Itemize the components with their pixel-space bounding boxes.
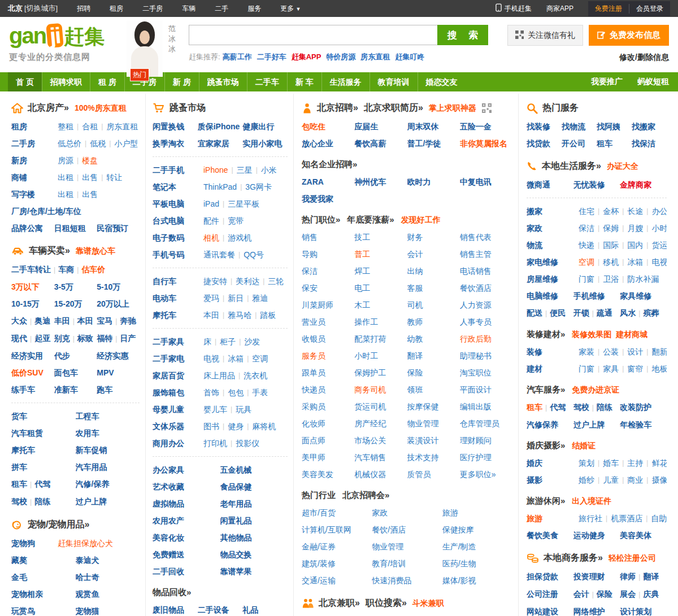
cat-link[interactable]: 商业 bbox=[627, 471, 643, 488]
cat-link[interactable]: 三星 bbox=[237, 161, 253, 178]
cat-link[interactable]: 营业员 bbox=[302, 317, 325, 326]
cat-label[interactable]: 商铺 bbox=[11, 169, 58, 186]
cat-link[interactable]: 汽车租赁 bbox=[11, 429, 43, 438]
recommend-link[interactable]: 高薪工作 bbox=[223, 53, 252, 61]
cat-link[interactable]: 10-15万 bbox=[11, 299, 40, 308]
cat-link[interactable]: 厂房/仓库/土地/车位 bbox=[11, 207, 81, 216]
promo-link[interactable]: 靠谱放心车 bbox=[76, 246, 115, 256]
cat-link[interactable]: 司机 bbox=[407, 300, 423, 309]
nav-item-租房[interactable]: 租 房 bbox=[90, 72, 124, 91]
cat-link[interactable]: 家装 bbox=[579, 343, 594, 360]
cat-link[interactable]: 爱玛 bbox=[203, 290, 219, 307]
cat-link[interactable]: 宝马 bbox=[97, 316, 112, 325]
city-selector[interactable]: 北京[切换城市] bbox=[8, 3, 58, 14]
topbar-link[interactable]: 二手 bbox=[215, 5, 228, 12]
cat-link[interactable]: 网络维护 bbox=[573, 607, 605, 616]
cat-link[interactable]: 理财顾问 bbox=[460, 436, 492, 445]
cat-link[interactable]: 打印机 bbox=[203, 435, 227, 452]
cat-link[interactable]: 标致 bbox=[77, 334, 93, 343]
cat-link[interactable]: 健身 bbox=[228, 418, 244, 435]
cat-link[interactable]: 便民 bbox=[550, 308, 566, 317]
cat-link[interactable]: 投资理财 bbox=[573, 572, 605, 581]
cat-link[interactable]: 物业管理 bbox=[372, 542, 403, 551]
cat-link[interactable]: 保洁 bbox=[302, 267, 318, 276]
section-title[interactable]: 北京房产» bbox=[28, 102, 69, 114]
cat-label[interactable]: 写字楼 bbox=[11, 186, 58, 203]
cat-link[interactable]: 手机维修 bbox=[573, 291, 605, 300]
cat-link[interactable]: 楼盘 bbox=[82, 152, 98, 169]
cat-link[interactable]: 电脑维修 bbox=[527, 291, 558, 300]
cat-link[interactable]: 3-5万 bbox=[54, 282, 73, 291]
section-title[interactable]: 车辆买卖» bbox=[29, 245, 70, 257]
cat-label[interactable]: 搬家 bbox=[527, 203, 579, 220]
cat-link[interactable]: 普工/学徒 bbox=[407, 139, 441, 148]
nav-right-link[interactable]: 蚂蚁短租 bbox=[637, 77, 669, 87]
cat-label[interactable]: 台式电脑 bbox=[153, 212, 203, 229]
cat-link[interactable]: 美甲师 bbox=[302, 453, 325, 462]
modify-delete-link[interactable]: 修改/删除信息 bbox=[507, 53, 669, 63]
cat-link[interactable]: 哈士奇 bbox=[76, 573, 99, 582]
cat-link[interactable]: 市场公关 bbox=[354, 436, 386, 445]
cat-link[interactable]: 车商 bbox=[58, 265, 74, 274]
section-title[interactable]: 跳蚤市场 bbox=[169, 102, 206, 114]
cat-label[interactable]: 建材 bbox=[527, 360, 579, 377]
cat-link[interactable]: 宽带 bbox=[228, 212, 244, 229]
cat-label[interactable]: 家居百货 bbox=[153, 367, 203, 384]
cat-link[interactable]: 雅迪 bbox=[252, 290, 268, 307]
cat-link[interactable]: 床上用品 bbox=[203, 367, 235, 384]
cat-label[interactable]: 二手手机 bbox=[153, 161, 203, 178]
cat-label[interactable]: 家政 bbox=[527, 220, 579, 237]
cat-link[interactable]: 助理秘书 bbox=[460, 351, 492, 360]
cat-link[interactable]: 代驾 bbox=[34, 479, 50, 488]
cat-link[interactable]: 机票酒店 bbox=[611, 510, 642, 527]
section-title[interactable]: 本地生活服务» bbox=[542, 160, 601, 172]
cat-link[interactable]: 小时工 bbox=[354, 351, 378, 360]
cat-link[interactable]: 快递 bbox=[579, 237, 594, 254]
cat-link[interactable]: 办公室 bbox=[651, 203, 667, 220]
cat-link[interactable]: 销售 bbox=[302, 233, 318, 242]
cat-link[interactable]: 别克 bbox=[54, 334, 70, 343]
cat-link[interactable]: 废旧物品 bbox=[153, 605, 184, 614]
nav-item-婚恋交友[interactable]: 婚恋交友 bbox=[418, 72, 466, 91]
cat-link[interactable]: 导购 bbox=[302, 250, 318, 259]
cat-link[interactable]: 美容美体 bbox=[620, 531, 651, 540]
cat-link[interactable]: 地板 bbox=[651, 360, 667, 377]
cat-link[interactable]: 捷安特 bbox=[203, 273, 227, 290]
cat-link[interactable]: 驾校 bbox=[573, 403, 589, 412]
cat-link[interactable]: 五金机械 bbox=[220, 465, 252, 474]
cat-link[interactable]: 现代 bbox=[11, 334, 27, 343]
cat-link[interactable]: 出租 bbox=[58, 169, 73, 186]
merchant-app-link[interactable]: 商家APP bbox=[546, 4, 573, 14]
cat-link[interactable]: 汽修保养 bbox=[527, 420, 558, 429]
cat-link[interactable]: 整租 bbox=[58, 118, 73, 135]
cat-link[interactable]: 跑车 bbox=[97, 385, 112, 394]
celebrity-banner[interactable]: 范 冰 冰 热门 bbox=[125, 24, 180, 72]
cat-link[interactable]: 餐饮酒店 bbox=[460, 283, 492, 292]
cat-link[interactable]: 冰箱 bbox=[228, 350, 244, 367]
cat-label[interactable]: 租房 bbox=[11, 118, 58, 135]
cat-link[interactable]: 汽修/保养 bbox=[76, 479, 110, 488]
cat-link[interactable]: 保险 bbox=[407, 368, 423, 377]
cat-link[interactable]: 小米 bbox=[261, 161, 277, 178]
cat-link[interactable]: 20万以上 bbox=[97, 299, 129, 308]
cat-link[interactable]: 租车 bbox=[597, 139, 612, 148]
cat-link[interactable]: 免费赠送 bbox=[153, 550, 184, 559]
cat-link[interactable]: 月嫂 bbox=[627, 220, 643, 237]
cat-link[interactable]: 服务员 bbox=[302, 351, 325, 360]
cat-link[interactable]: 旅游 bbox=[442, 508, 458, 517]
cat-link[interactable]: 展会 bbox=[620, 589, 636, 598]
cat-link[interactable]: 小户型 bbox=[114, 135, 138, 152]
cat-link[interactable]: 焊工 bbox=[354, 267, 370, 276]
current-city[interactable]: 北京 bbox=[8, 4, 23, 12]
recommend-link[interactable]: 赶集APP bbox=[292, 53, 321, 61]
cat-link[interactable]: 宠物相亲 bbox=[11, 589, 43, 598]
cat-link[interactable]: 找装修 bbox=[527, 122, 550, 131]
cat-label[interactable]: 平板电脑 bbox=[153, 195, 203, 212]
cat-link[interactable]: 新车促销 bbox=[76, 445, 107, 455]
cat-link[interactable]: 保健按摩 bbox=[442, 525, 474, 534]
cat-label[interactable]: 手机号码 bbox=[153, 246, 203, 263]
cat-label[interactable]: 装修 bbox=[527, 343, 579, 360]
cat-link[interactable]: 金杯 bbox=[603, 203, 619, 220]
cat-link[interactable]: 包包 bbox=[228, 384, 244, 401]
cat-link[interactable]: 出售 bbox=[82, 186, 98, 203]
